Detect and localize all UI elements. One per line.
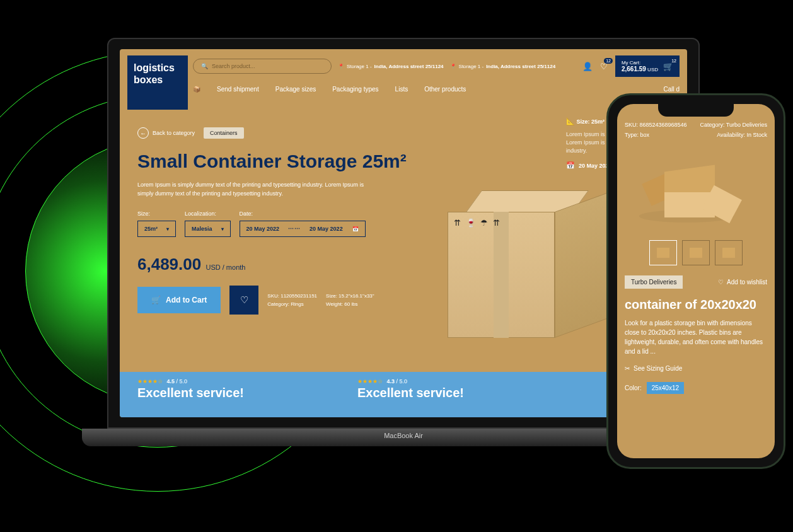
- cart-badge: 12: [669, 58, 678, 64]
- add-to-cart-button[interactable]: 🛒 Add to Cart: [137, 287, 221, 313]
- cart-icon: 🛒12: [663, 62, 673, 71]
- nav-send-shipment[interactable]: Send shipment: [217, 86, 259, 93]
- sizing-guide-link[interactable]: ✂ See Sizing Guide: [625, 365, 767, 372]
- nav-lists[interactable]: Lists: [395, 86, 408, 93]
- ruler-icon: 📐: [566, 117, 575, 125]
- arrow-left-icon: ←: [137, 127, 149, 139]
- mobile-product-description: Look for a plastic storage bin with dime…: [625, 318, 767, 356]
- phone-mockup: SKU: 868524368968546 Category: Turbo Del…: [606, 93, 785, 469]
- nav-other-products[interactable]: Other products: [424, 86, 466, 93]
- category-pill[interactable]: Containers: [204, 127, 244, 139]
- back-link[interactable]: ← Back to category: [137, 127, 195, 139]
- reviews-strip: ★★★★☆ 4.5 / 5.0 Excellent service! ★★★★☆…: [120, 372, 687, 417]
- review-text: Excellent service!: [357, 386, 464, 400]
- cart-amount: 2,661.59: [622, 66, 646, 72]
- chevron-down-icon: ▾: [166, 226, 169, 232]
- localization-label: Localization:: [185, 211, 231, 217]
- thumbnail-2[interactable]: [682, 240, 710, 265]
- product-description: Lorem Ipsum is simply dummy text of the …: [137, 180, 377, 198]
- wishlist-badge: 12: [604, 58, 613, 64]
- color-chip[interactable]: 25x40x12: [647, 382, 684, 394]
- wishlist-button[interactable]: ♡: [229, 286, 258, 315]
- scissors-icon: ✂: [625, 365, 630, 372]
- mobile-sku: SKU: 868524368968546: [625, 122, 687, 128]
- phone-notch: [658, 104, 734, 117]
- date-label: Date:: [240, 211, 366, 217]
- size-select[interactable]: 25m² ▾: [137, 221, 176, 237]
- cart-icon: 🛒: [151, 296, 161, 304]
- mobile-category: Category: Turbo Deliveries: [700, 122, 767, 128]
- storage-location-1[interactable]: 📍 Storage 1 - India, Address street 25/1…: [338, 64, 444, 69]
- calendar-icon: 📅: [352, 226, 359, 232]
- review-text: Excellent service!: [137, 386, 244, 400]
- mobile-type: Type: box: [625, 132, 649, 138]
- desktop-app: logistics boxes 🔍 Search product... 📍 St…: [120, 49, 687, 417]
- wishlist-icon[interactable]: ♡12: [600, 62, 608, 71]
- mobile-wishlist-link[interactable]: ♡ Add to wishlist: [718, 279, 767, 286]
- size-label: Size:: [137, 211, 176, 217]
- star-rating: ★★★★☆ 4.3 / 5.0: [357, 378, 464, 385]
- thumbnail-1[interactable]: [649, 240, 677, 265]
- search-placeholder: Search product...: [212, 63, 255, 69]
- heart-icon: ♡: [240, 294, 248, 306]
- pin-icon: 📍: [450, 64, 456, 69]
- mobile-app: SKU: 868524368968546 Category: Turbo Del…: [617, 104, 775, 458]
- cart-label: My Cart:: [622, 60, 658, 66]
- logo[interactable]: logistics boxes: [127, 55, 188, 110]
- heart-icon: ♡: [718, 279, 724, 286]
- call-label: Call d: [663, 86, 680, 93]
- color-label: Color:: [625, 385, 642, 391]
- mobile-product-title: container of 20x20x20: [625, 298, 767, 312]
- logo-line2: boxes: [134, 74, 182, 86]
- pin-icon: 📍: [338, 64, 344, 69]
- mobile-tag[interactable]: Turbo Deliveries: [625, 275, 683, 289]
- cart-button[interactable]: My Cart: 2,661.59 USD 🛒12: [615, 55, 680, 77]
- date-range-select[interactable]: 20 May 2022 ⋯⋯ 20 May 2022 📅: [240, 221, 366, 237]
- nav-packaging-types[interactable]: Packaging types: [332, 86, 378, 93]
- localization-select[interactable]: Malesia ▾: [185, 221, 231, 237]
- nav-package-sizes[interactable]: Package sizes: [275, 86, 316, 93]
- box-symbols-icon: ⇈ 🍷 ☂ ⇈: [454, 218, 501, 228]
- chevron-down-icon: ▾: [221, 226, 224, 232]
- header: logistics boxes 🔍 Search product... 📍 St…: [120, 49, 687, 116]
- storage-location-2[interactable]: 📍 Storage 1 - India, Address street 25/1…: [450, 64, 556, 69]
- calendar-icon: 📅: [566, 161, 575, 170]
- search-icon: 🔍: [201, 63, 208, 69]
- mobile-thumbnails: [625, 240, 767, 265]
- account-icon[interactable]: 👤: [582, 62, 593, 71]
- main-nav: 📦 Send shipment Package sizes Packaging …: [193, 86, 680, 93]
- product-meta-size: Size: 15.2"x16.1"x33"Weight: 60 lbs: [326, 292, 374, 308]
- mobile-product-image: [645, 156, 746, 231]
- search-input[interactable]: 🔍 Search product...: [193, 59, 332, 74]
- product-meta-sku: SKU: 1120550231151Category: Rings: [267, 292, 317, 308]
- thumbnail-3[interactable]: [715, 240, 743, 265]
- box-icon: 📦: [193, 86, 200, 93]
- logo-line1: logistics: [134, 62, 182, 74]
- star-rating: ★★★★☆ 4.5 / 5.0: [137, 378, 244, 385]
- mobile-availability: Availability: In Stock: [717, 132, 767, 138]
